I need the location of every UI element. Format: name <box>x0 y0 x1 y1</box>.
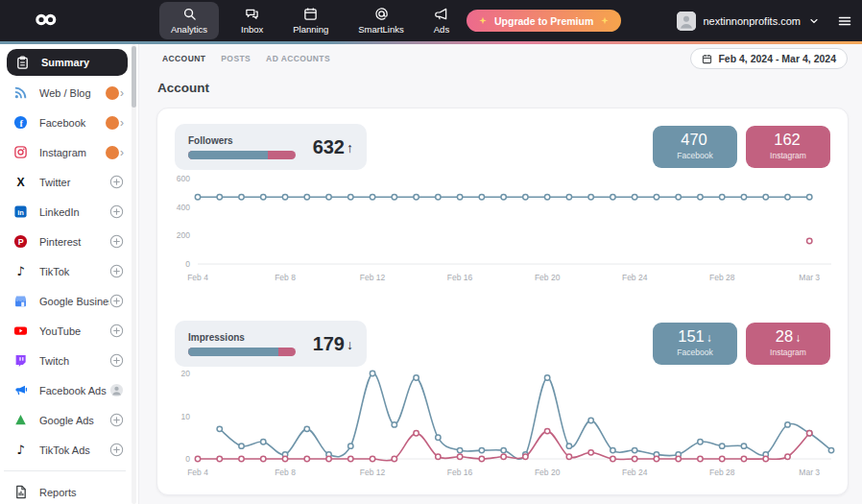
sidebar-item-pinterest[interactable]: PPinterest <box>0 227 130 256</box>
add-profile-icon[interactable] <box>109 234 124 249</box>
sidebar-item-google-busines[interactable]: Google Busines... <box>0 286 130 316</box>
add-profile-icon[interactable] <box>109 264 124 278</box>
sidebar-item-label: YouTube <box>39 325 109 337</box>
sidebar-items: SummaryWeb / Blog›fFacebook›Instagram›XT… <box>0 47 130 504</box>
nav-item-planning[interactable]: Planning <box>285 3 336 38</box>
svg-text:20: 20 <box>181 369 191 378</box>
add-profile-icon[interactable] <box>109 324 124 338</box>
pinterest-icon: P <box>13 234 28 249</box>
sparkle-icon <box>478 16 488 26</box>
date-range-picker[interactable]: Feb 4, 2024 - Mar 4, 2024 <box>690 48 848 69</box>
trend-up-arrow-icon: ↑ <box>347 140 353 156</box>
sidebar-item-label: Twitch <box>39 355 109 367</box>
impressions-label: Impressions <box>188 332 296 343</box>
svg-text:Mar 3: Mar 3 <box>799 468 820 477</box>
sidebar-divider <box>4 470 126 471</box>
ads-profile-avatar[interactable] <box>109 383 124 397</box>
sidebar-item-youtube[interactable]: YouTube <box>0 316 130 346</box>
nav-item-label: Ads <box>434 24 449 35</box>
tab-account[interactable]: ACCOUNT <box>162 54 205 63</box>
sidebar-item-twitter[interactable]: XTwitter <box>0 167 130 197</box>
date-range-label: Feb 4, 2024 - Mar 4, 2024 <box>718 53 836 64</box>
calendar-icon <box>303 7 318 21</box>
impressions-total: 179 ↓ <box>313 333 353 355</box>
sidebar-item-twitch[interactable]: Twitch <box>0 346 130 375</box>
followers-instagram-box: 162 Instagram <box>746 126 830 168</box>
trend-down-arrow-icon: ↓ <box>347 337 353 352</box>
add-profile-icon[interactable] <box>109 413 124 427</box>
followers-facebook-box: 470 Facebook <box>653 126 737 168</box>
sidebar-item-reports[interactable]: Reports <box>0 477 130 504</box>
followers-network-split-bar <box>188 151 296 159</box>
summary-icon <box>15 56 30 70</box>
followers-label: Followers <box>188 135 296 146</box>
sidebar-item-linkedin[interactable]: inLinkedIn <box>0 197 130 227</box>
sidebar-item-label: Instagram <box>39 147 106 158</box>
gbusiness-icon <box>13 294 28 308</box>
twitter-icon: X <box>13 175 28 189</box>
linkedin-icon: in <box>13 204 28 219</box>
add-profile-icon[interactable] <box>109 204 124 219</box>
sidebar-item-tiktok[interactable]: ♪TikTok <box>0 256 130 286</box>
sidebar-item-label: Reports <box>39 487 124 498</box>
nav-item-smartlinks[interactable]: SmartLinks <box>350 3 412 38</box>
impressions-summary-card: Impressions 179 ↓ <box>175 321 367 367</box>
impressions-facebook-share <box>188 348 278 356</box>
impressions-network-split-bar <box>188 348 296 356</box>
sidebar-item-label: Pinterest <box>39 236 109 248</box>
svg-text:Feb 20: Feb 20 <box>535 273 561 282</box>
impressions-total-value: 179 <box>313 333 345 355</box>
menu-icon[interactable] <box>837 13 852 29</box>
account-domain[interactable]: nextinnonprofits.com <box>704 15 802 27</box>
nav-item-label: Planning <box>293 24 328 35</box>
upgrade-label: Upgrade to Premium <box>494 15 593 27</box>
metricool-logo-icon[interactable] <box>32 12 60 29</box>
chevron-right-icon: › <box>120 117 124 129</box>
chat-icon <box>245 7 259 21</box>
sidebar-item-tiktok-ads[interactable]: ♪TikTok Ads <box>0 435 130 465</box>
sidebar-item-google-ads[interactable]: Google Ads <box>0 405 130 435</box>
followers-chart: 0200400600Feb 4Feb 8Feb 12Feb 16Feb 20Fe… <box>157 174 849 295</box>
sidebar-scrollbar-thumb[interactable] <box>132 46 136 108</box>
sidebar-item-facebook-ads[interactable]: Facebook Ads <box>0 375 130 405</box>
nav-item-label: SmartLinks <box>358 24 404 35</box>
connected-profile[interactable]: › <box>106 146 124 159</box>
user-avatar[interactable] <box>677 12 696 31</box>
stat-value: 162 <box>746 131 830 150</box>
tiktok-icon: ♪ <box>13 443 28 457</box>
main-nav: AnalyticsInboxPlanningSmartLinksAds <box>159 0 457 41</box>
tab-ad-accounts[interactable]: AD ACCOUNTS <box>266 54 330 63</box>
add-profile-icon[interactable] <box>109 443 124 457</box>
stat-network: Facebook <box>653 151 737 160</box>
svg-text:Feb 24: Feb 24 <box>622 468 648 477</box>
nav-item-inbox[interactable]: Inbox <box>233 3 271 38</box>
sidebar-item-label: Facebook <box>39 117 106 129</box>
sidebar-item-facebook[interactable]: fFacebook› <box>0 108 130 137</box>
at-icon <box>374 7 389 21</box>
sidebar-item-label: Web / Blog <box>39 87 106 99</box>
svg-text:X: X <box>16 176 25 189</box>
calendar-icon <box>702 54 712 64</box>
nav-item-analytics[interactable]: Analytics <box>159 2 219 39</box>
impressions-summary-left: Impressions <box>188 332 296 356</box>
connected-profile[interactable]: › <box>106 116 124 130</box>
stat-value: 28↓ <box>746 327 830 347</box>
stat-network: Instagram <box>746 151 830 160</box>
facebook-icon: f <box>13 115 28 130</box>
nav-item-ads[interactable]: Ads <box>426 3 457 38</box>
sidebar-item-label: LinkedIn <box>39 206 109 218</box>
svg-text:0: 0 <box>185 259 190 269</box>
add-profile-icon[interactable] <box>109 294 124 308</box>
svg-text:Feb 4: Feb 4 <box>187 468 208 477</box>
add-profile-icon[interactable] <box>109 353 124 368</box>
chevron-down-icon[interactable] <box>808 15 820 27</box>
add-profile-icon[interactable] <box>109 175 124 189</box>
sidebar-item-summary[interactable]: Summary <box>7 49 128 76</box>
upgrade-premium-button[interactable]: Upgrade to Premium <box>467 10 621 32</box>
connected-profile[interactable]: › <box>106 86 124 100</box>
sidebar-item-web-blog[interactable]: Web / Blog› <box>0 78 130 108</box>
tab-posts[interactable]: POSTS <box>221 54 251 63</box>
sidebar-item-instagram[interactable]: Instagram› <box>0 137 130 167</box>
svg-text:0: 0 <box>185 454 190 464</box>
svg-text:♪: ♪ <box>16 264 24 278</box>
